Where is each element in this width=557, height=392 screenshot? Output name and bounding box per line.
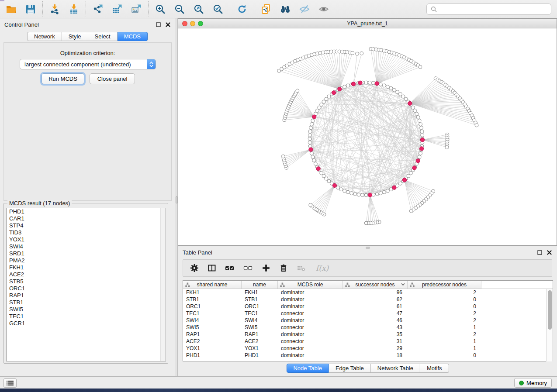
column-header-predecessor-nodes[interactable]: predecessor nodes [408,281,481,289]
table-scrollbar[interactable] [546,289,553,361]
network-canvas[interactable] [178,28,557,245]
network-svg[interactable] [178,28,557,245]
zoom-window-button[interactable] [198,21,203,26]
tab-style[interactable]: Style [62,32,88,41]
mcds-result-item[interactable]: SWI5 [7,306,166,313]
delete-column-button[interactable] [279,264,288,272]
mcds-result-item[interactable]: SRD1 [7,250,166,257]
control-panel-tabs: Network Style Select MCDS [27,32,148,41]
mcds-result-item[interactable]: STB1 [7,299,166,306]
minimize-window-button[interactable] [190,21,195,26]
export-table-button[interactable] [107,1,127,17]
table-row[interactable]: ORC1ORC1dominator610 [183,303,547,310]
table-cell: ACE2 [183,338,242,345]
column-header-name[interactable]: name [242,281,278,289]
status-menu-button[interactable] [3,378,17,388]
close-panel-button[interactable]: Close panel [90,73,135,84]
zoom-fit-button[interactable] [189,1,208,17]
mcds-list-scrollbar[interactable] [160,208,166,361]
table-row[interactable]: PHD1PHD1dominator180 [183,352,547,359]
table-row[interactable]: ACE2ACE2connector311 [183,338,547,345]
select-stepper-icon [147,59,156,69]
splitter-handle[interactable] [176,196,178,203]
mcds-result-item[interactable]: ACE2 [7,271,166,278]
table-row[interactable]: RAP1RAP1dominator352 [183,331,547,338]
float-table-panel-button[interactable] [536,249,543,255]
mcds-result-item[interactable]: TEC1 [7,313,166,320]
table-row[interactable]: STB1STB1dominator620 [183,296,547,303]
mcds-result-item[interactable]: GCR1 [7,320,166,327]
search-input[interactable] [440,4,551,14]
unchecked-checkboxes-icon [243,264,253,272]
table-settings-button[interactable] [190,264,199,272]
table-row[interactable]: FKH1FKH1dominator962 [183,289,547,296]
table-row[interactable]: YOX1YOX1connector291 [183,345,547,352]
add-column-button[interactable] [262,264,270,272]
tab-motifs[interactable]: Motifs [420,364,449,373]
table-cell: connector [278,338,343,345]
criterion-select[interactable]: largest connected component (undirected) [20,59,156,69]
table-cell: RAP1 [242,331,278,338]
run-mcds-button[interactable]: Run MCDS [42,73,84,84]
mcds-result-item[interactable]: PMA2 [7,257,166,264]
search-network-button[interactable] [276,1,295,17]
mcds-result-item[interactable]: STB5 [7,278,166,285]
mcds-result-item[interactable]: FKH1 [7,264,166,271]
refresh-button[interactable] [232,1,252,17]
show-graphics-button[interactable] [314,1,333,17]
zoom-selected-button[interactable] [208,1,228,17]
mcds-result-list: PHD1CAR1STP4TID3YOX1SWI4SRD1PMA2FKH1ACE2… [7,208,166,327]
close-window-button[interactable] [182,21,187,26]
close-control-panel-button[interactable] [164,21,171,28]
float-panel-button[interactable] [155,21,162,28]
close-table-panel-button[interactable] [546,249,553,255]
table-panel: Table Panel [178,246,557,376]
column-header-successor-nodes[interactable]: successor nodes [343,281,408,289]
select-all-button[interactable] [225,264,235,272]
table-cell: 61 [343,303,408,310]
search-icon [431,6,437,13]
memory-button[interactable]: Memory [514,378,552,388]
column-header-mcds-role[interactable]: MCDS role [278,281,343,289]
tab-network-table[interactable]: Network Table [371,364,420,373]
mcds-result-item[interactable]: ORC1 [7,285,166,292]
table-row[interactable]: TEC1TEC1connector472 [183,310,547,317]
duplicate-network-button[interactable] [256,1,276,17]
mcds-result-item[interactable]: PHD1 [7,208,166,215]
mcds-result-item[interactable]: SWI4 [7,243,166,250]
mcds-result-item[interactable]: STP4 [7,222,166,229]
column-header-shared-name[interactable]: shared name [183,281,242,289]
table-row[interactable]: SWI5SWI5connector431 [183,324,547,331]
mcds-result-item[interactable]: TID3 [7,229,166,236]
table-cell: 0 [408,296,481,303]
column-type-icon [410,282,415,287]
table-row[interactable]: SWI4SWI4dominator462 [183,317,547,324]
mcds-result-group: MCDS result (17 nodes) PHD1CAR1STP4TID3Y… [3,203,168,364]
search-field[interactable] [426,3,551,15]
tab-mcds[interactable]: MCDS [118,32,148,41]
tab-edge-table[interactable]: Edge Table [329,364,371,373]
mcds-result-item[interactable]: YOX1 [7,236,166,243]
open-file-button[interactable] [2,1,21,17]
tab-select[interactable]: Select [88,32,118,41]
mcds-result-item[interactable]: RAP1 [7,292,166,299]
network-window-titlebar[interactable]: YPA_prune.txt_1 [178,19,557,28]
memory-label: Memory [526,380,547,386]
control-panel-titlebar: Control Panel [0,18,175,31]
export-network-button[interactable] [88,1,107,17]
tab-node-table[interactable]: Node Table [286,364,329,373]
scrollbar-thumb[interactable] [548,290,552,330]
table-cell: connector [278,324,343,331]
deselect-all-button[interactable] [243,264,253,272]
hide-graphics-button[interactable] [295,1,314,17]
mcds-result-item[interactable]: CAR1 [7,215,166,222]
zoom-out-button[interactable] [170,1,189,17]
import-table-button[interactable] [64,1,83,17]
import-network-button[interactable] [45,1,64,17]
save-session-button[interactable] [21,1,40,17]
export-image-button[interactable] [127,1,146,17]
zoom-in-button[interactable] [151,1,170,17]
tab-network[interactable]: Network [27,32,62,41]
network-view-window: YPA_prune.txt_1 [178,18,557,246]
show-columns-button[interactable] [208,264,216,272]
